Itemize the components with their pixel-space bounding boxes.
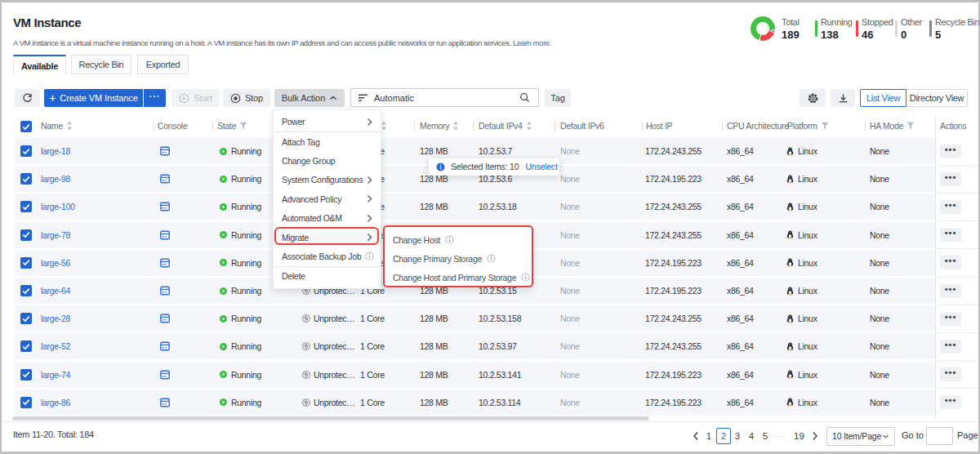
vm-name-link[interactable]: large-74 <box>41 362 70 388</box>
tag-button[interactable]: Tag <box>545 89 571 107</box>
vm-name-link[interactable]: large-78 <box>41 222 70 248</box>
column-header-memory[interactable]: Memory <box>420 121 459 131</box>
page-button-5[interactable]: 5 <box>761 428 769 444</box>
column-header-name[interactable]: Name <box>41 121 73 131</box>
row-checkbox[interactable] <box>20 145 32 157</box>
list-view-button[interactable]: List View <box>860 89 906 107</box>
bulk-action-button[interactable]: Bulk Action <box>274 89 345 107</box>
menu-item-power[interactable]: Power <box>274 113 381 131</box>
stop-button[interactable]: Stop <box>223 89 270 107</box>
console-icon[interactable] <box>160 398 170 407</box>
vm-name-link[interactable]: large-86 <box>41 389 70 416</box>
row-checkbox[interactable] <box>20 257 32 269</box>
menu-item-attach-tag[interactable]: Attach Tag <box>274 132 381 151</box>
menu-item-change-group[interactable]: Change Group <box>274 151 381 170</box>
submenu-item-change-host-and-primary-storage[interactable]: Change Host and Primary Storage <box>385 268 532 287</box>
vm-name-link[interactable]: large-28 <box>41 305 70 332</box>
menu-item-associate-backup-job[interactable]: Associate Backup Job <box>274 247 381 265</box>
filter-icon[interactable] <box>906 122 915 130</box>
menu-item-automated-o-m[interactable]: Automated O&M <box>274 208 381 227</box>
directory-view-button[interactable]: Directory View <box>906 89 968 107</box>
row-actions-button[interactable]: ••• <box>940 228 961 242</box>
row-actions-button[interactable]: ••• <box>940 200 961 214</box>
row-checkbox[interactable] <box>20 369 32 381</box>
settings-button[interactable] <box>800 89 826 107</box>
search-input[interactable]: Automatic <box>350 88 539 107</box>
column-header-ha-mode[interactable]: HA Mode <box>870 121 915 131</box>
console-cell[interactable] <box>160 362 170 388</box>
console-icon[interactable] <box>160 341 170 351</box>
page-button-4[interactable]: 4 <box>747 428 755 444</box>
console-cell[interactable] <box>160 250 170 276</box>
column-header-state[interactable]: State <box>217 121 247 131</box>
row-checkbox[interactable] <box>20 201 32 212</box>
page-button-2[interactable]: 2 <box>716 428 731 444</box>
tab-recycle-bin[interactable]: Recycle Bin <box>71 55 131 74</box>
console-icon[interactable] <box>160 286 170 296</box>
row-actions-button[interactable]: ••• <box>940 172 961 186</box>
row-actions-button[interactable]: ••• <box>940 284 961 298</box>
console-cell[interactable] <box>160 138 170 164</box>
console-icon[interactable] <box>160 174 170 184</box>
console-cell[interactable] <box>160 194 170 220</box>
row-checkbox[interactable] <box>20 229 32 241</box>
row-actions-button[interactable]: ••• <box>940 395 961 409</box>
column-header-default-ipv6[interactable]: Default IPv6 <box>560 121 604 131</box>
column-header-actions[interactable]: Actions <box>940 121 966 131</box>
unselect-link[interactable]: Unselect <box>525 162 557 171</box>
tab-available[interactable]: Available <box>13 55 66 75</box>
row-checkbox[interactable] <box>20 313 32 324</box>
page-button-1[interactable]: 1 <box>705 428 713 444</box>
console-cell[interactable] <box>160 305 170 332</box>
console-cell[interactable] <box>160 389 170 416</box>
submenu-item-change-primary-storage[interactable]: Change Primary Storage <box>385 249 532 268</box>
sort-icon[interactable] <box>66 121 73 131</box>
menu-item-advanced-policy[interactable]: Advanced Policy <box>274 189 381 208</box>
menu-item-delete[interactable]: Delete <box>274 267 381 286</box>
vm-name-link[interactable]: large-52 <box>41 333 70 359</box>
console-icon[interactable] <box>160 146 170 156</box>
column-header-host-ip[interactable]: Host IP <box>646 121 672 131</box>
vm-name-link[interactable]: large-18 <box>41 138 70 164</box>
column-header-cpu-architecture[interactable]: CPU Architecture <box>727 121 789 131</box>
column-header-platform[interactable]: Platform <box>787 121 829 131</box>
console-cell[interactable] <box>160 278 170 304</box>
goto-page-input[interactable] <box>926 427 953 445</box>
vm-name-link[interactable]: large-64 <box>41 278 70 304</box>
column-header-console[interactable]: Console <box>158 121 187 131</box>
row-checkbox[interactable] <box>20 285 32 296</box>
refresh-button[interactable] <box>15 89 40 107</box>
console-icon[interactable] <box>160 230 170 240</box>
vm-name-link[interactable]: large-56 <box>41 250 70 276</box>
create-more-button[interactable]: ··· <box>144 89 166 107</box>
export-button[interactable] <box>831 89 855 107</box>
start-button[interactable]: Start <box>172 89 220 107</box>
console-icon[interactable] <box>160 202 170 211</box>
search-icon[interactable] <box>519 92 530 103</box>
row-actions-button[interactable]: ••• <box>940 312 961 326</box>
select-all-checkbox[interactable] <box>20 121 32 132</box>
page-button-19[interactable]: 19 <box>794 428 804 444</box>
row-checkbox[interactable] <box>20 173 32 185</box>
row-actions-button[interactable]: ••• <box>940 145 961 158</box>
filter-icon[interactable] <box>239 122 247 130</box>
sort-icon[interactable] <box>381 121 387 131</box>
row-actions-button[interactable]: ••• <box>940 340 961 354</box>
vm-name-link[interactable]: large-100 <box>41 194 75 220</box>
next-page-button[interactable] <box>811 428 819 444</box>
console-cell[interactable] <box>160 333 170 359</box>
row-actions-button[interactable]: ••• <box>940 367 961 381</box>
page-button-3[interactable]: 3 <box>733 428 742 444</box>
row-actions-button[interactable]: ••• <box>940 256 961 269</box>
create-vm-instance-button[interactable]: +Create VM Instance <box>44 89 143 107</box>
row-checkbox[interactable] <box>20 340 32 352</box>
console-icon[interactable] <box>160 314 170 323</box>
horizontal-scrollbar[interactable] <box>12 416 649 421</box>
console-icon[interactable] <box>160 258 170 268</box>
learn-more-link[interactable]: Learn more. <box>513 38 551 47</box>
console-cell[interactable] <box>160 166 170 192</box>
submenu-item-change-host[interactable]: Change Host <box>385 230 532 249</box>
prev-page-button[interactable] <box>692 428 700 444</box>
sort-icon[interactable] <box>526 121 532 131</box>
console-icon[interactable] <box>160 370 170 380</box>
